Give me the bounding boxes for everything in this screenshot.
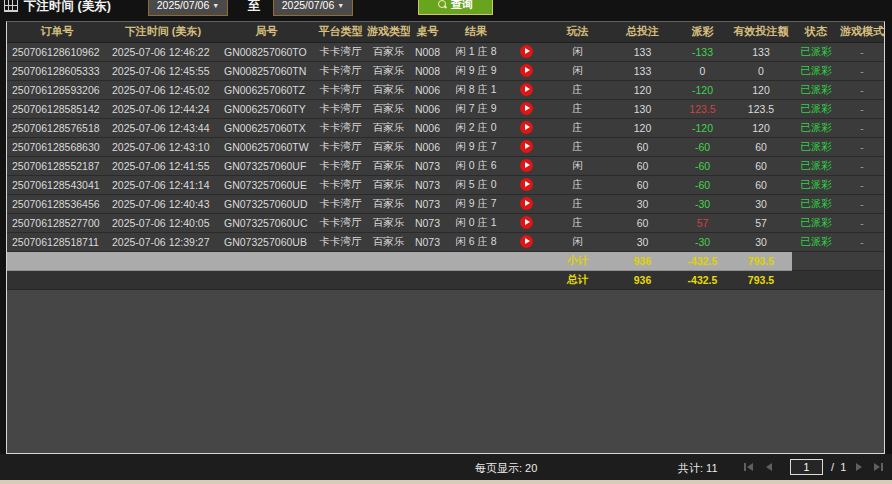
grand-total-total-bet: 936 (610, 270, 675, 289)
bet-time-cell: 2025-07-06 12:41:55 (107, 156, 219, 175)
play-video-icon[interactable] (520, 197, 533, 210)
table-row[interactable]: 2507061285430412025-07-06 12:41:14GN0732… (7, 175, 884, 194)
table-row[interactable]: 2507061286109622025-07-06 12:46:22GN0082… (7, 42, 884, 61)
subtotal-dark-spacer (792, 251, 884, 270)
to-label: 至 (248, 0, 261, 15)
platform-cell: 卡卡湾厅 (314, 232, 367, 251)
round-no-cell: GN006257060TX (219, 118, 314, 137)
play-video-icon[interactable] (520, 159, 533, 172)
order-no-cell: 250706128543041 (7, 175, 107, 194)
table-row[interactable]: 2507061285765182025-07-06 12:43:44GN0062… (7, 118, 884, 137)
grand-total-dark-spacer (792, 270, 884, 289)
play-video-icon[interactable] (520, 216, 533, 229)
platform-cell: 卡卡湾厅 (314, 213, 367, 232)
play-video-icon[interactable] (520, 121, 533, 134)
play-video-icon[interactable] (520, 64, 533, 77)
play-video-icon[interactable] (520, 235, 533, 248)
game-mode-cell: - (840, 175, 884, 194)
platform-cell: 卡卡湾厅 (314, 99, 367, 118)
total-bet-cell: 60 (610, 175, 675, 194)
date-to-select[interactable]: 2025/07/06 ▼ (273, 0, 353, 16)
query-button[interactable]: 查询 (418, 0, 493, 15)
play-video-icon[interactable] (520, 140, 533, 153)
play-video-icon[interactable] (520, 45, 533, 58)
platform-cell: 卡卡湾厅 (314, 137, 367, 156)
table-no-cell: N006 (410, 99, 445, 118)
table-row[interactable]: 2507061285686302025-07-06 12:43:10GN0062… (7, 137, 884, 156)
table-no-cell: N073 (410, 194, 445, 213)
play-video-icon[interactable] (520, 83, 533, 96)
valid-bet-cell: 57 (730, 213, 792, 232)
order-no-cell: 250706128605333 (7, 61, 107, 80)
table-row[interactable]: 2507061285277002025-07-06 12:40:05GN0732… (7, 213, 884, 232)
table-row[interactable]: 2507061285932062025-07-06 12:45:02GN0062… (7, 80, 884, 99)
status-cell: 已派彩 (792, 99, 840, 118)
result-cell: 闲 8 庄 1 (445, 80, 507, 99)
round-no-cell: GN073257060UE (219, 175, 314, 194)
prev-page-icon[interactable] (766, 463, 772, 471)
platform-cell: 卡卡湾厅 (314, 80, 367, 99)
play-video-icon[interactable] (520, 102, 533, 115)
table-no-cell: N073 (410, 156, 445, 175)
table-row[interactable]: 2507061285521872025-07-06 12:41:55GN0732… (7, 156, 884, 175)
platform-cell: 卡卡湾厅 (314, 156, 367, 175)
bet-records-table: 订单号下注时间 (美东)局号平台类型游戏类型桌号结果玩法总投注派彩有效投注额状态… (7, 22, 884, 290)
table-row[interactable]: 2507061285851422025-07-06 12:44:24GN0062… (7, 99, 884, 118)
game-type-cell: 百家乐 (367, 194, 410, 213)
valid-bet-cell: 30 (730, 232, 792, 251)
table-container: 订单号下注时间 (美东)局号平台类型游戏类型桌号结果玩法总投注派彩有效投注额状态… (6, 21, 885, 454)
bet-time-cell: 2025-07-06 12:43:44 (107, 118, 219, 137)
status-cell: 已派彩 (792, 156, 840, 175)
round-no-cell: GN073257060UD (219, 194, 314, 213)
status-cell: 已派彩 (792, 232, 840, 251)
game-type-cell: 百家乐 (367, 80, 410, 99)
per-page-label: 每页显示: 20 (475, 461, 537, 476)
game-type-cell: 百家乐 (367, 137, 410, 156)
game-mode-cell: - (840, 42, 884, 61)
play-cell (507, 61, 545, 80)
payout-cell: -60 (675, 137, 730, 156)
table-row[interactable]: 2507061285364562025-07-06 12:40:43GN0732… (7, 194, 884, 213)
payout-cell: -60 (675, 156, 730, 175)
column-header-11: 派彩 (675, 22, 730, 42)
column-header-1: 订单号 (7, 22, 107, 42)
bet-type-cell: 庄 (545, 137, 610, 156)
column-header-3: 局号 (219, 22, 314, 42)
table-no-cell: N073 (410, 232, 445, 251)
table-no-cell: N073 (410, 175, 445, 194)
valid-bet-cell: 120 (730, 80, 792, 99)
play-video-icon[interactable] (520, 178, 533, 191)
total-bet-cell: 60 (610, 137, 675, 156)
game-type-cell: 百家乐 (367, 213, 410, 232)
payout-cell: -120 (675, 118, 730, 137)
bet-type-cell: 庄 (545, 213, 610, 232)
first-page-icon[interactable] (744, 463, 753, 471)
grand-total-spacer (7, 270, 545, 289)
subtotal-spacer (7, 251, 545, 270)
table-row[interactable]: 2507061286053332025-07-06 12:45:55GN0082… (7, 61, 884, 80)
last-page-icon[interactable] (874, 463, 883, 471)
valid-bet-cell: 30 (730, 194, 792, 213)
bet-type-cell: 庄 (545, 175, 610, 194)
column-header-8 (507, 22, 545, 42)
result-cell: 闲 5 庄 0 (445, 175, 507, 194)
round-no-cell: GN006257060TZ (219, 80, 314, 99)
order-no-cell: 250706128568630 (7, 137, 107, 156)
page-input[interactable] (790, 459, 823, 475)
valid-bet-cell: 60 (730, 175, 792, 194)
table-row[interactable]: 2507061285187112025-07-06 12:39:27GN0732… (7, 232, 884, 251)
game-type-cell: 百家乐 (367, 42, 410, 61)
date-from-select[interactable]: 2025/07/06 ▼ (148, 0, 228, 16)
next-page-icon[interactable] (856, 463, 862, 471)
bet-type-cell: 庄 (545, 118, 610, 137)
order-no-cell: 250706128518711 (7, 232, 107, 251)
game-mode-cell: - (840, 156, 884, 175)
game-mode-cell: - (840, 194, 884, 213)
column-header-4: 平台类型 (314, 22, 367, 42)
table-body: 2507061286109622025-07-06 12:46:22GN0082… (7, 42, 884, 251)
game-type-cell: 百家乐 (367, 61, 410, 80)
total-bet-cell: 60 (610, 213, 675, 232)
grand-total-label: 总计 (545, 270, 610, 289)
calendar-icon (4, 0, 18, 12)
bet-type-cell: 闲 (545, 232, 610, 251)
